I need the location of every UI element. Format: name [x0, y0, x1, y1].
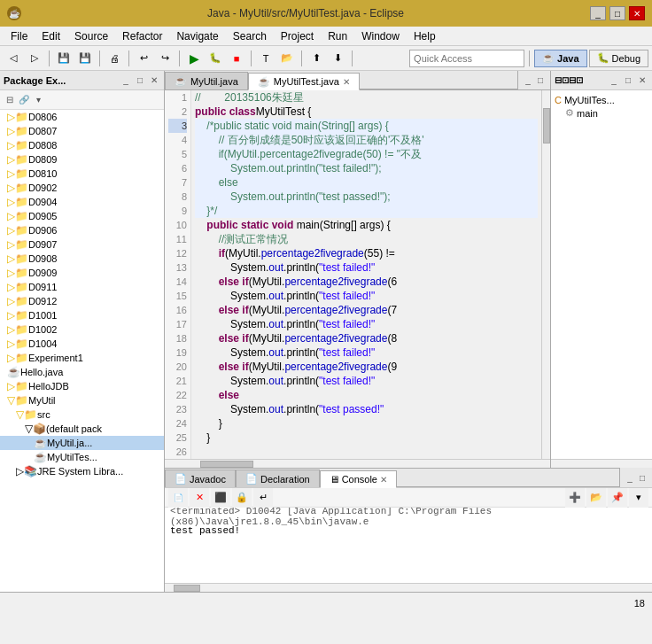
- quick-access-input[interactable]: [409, 50, 524, 67]
- tree-item-D0909[interactable]: ▷📁 D0909: [0, 266, 164, 280]
- outline-maximize-button[interactable]: □: [622, 74, 634, 87]
- menu-source[interactable]: Source: [67, 28, 115, 44]
- bottom-maximize-button[interactable]: □: [636, 471, 648, 484]
- code-line-18: else if(MyUtil.percentage2fivegrade(8: [195, 331, 538, 345]
- tab-close-icon[interactable]: ✕: [343, 77, 350, 87]
- tree-item-D1002[interactable]: ▷📁 D1002: [0, 322, 164, 337]
- code-area[interactable]: // 20135106朱廷星 public class MyUtilTest {…: [191, 90, 541, 459]
- search-next-button[interactable]: ⬇: [328, 49, 347, 68]
- menu-navigate[interactable]: Navigate: [169, 28, 225, 44]
- tree-item-MyUtilTest-java[interactable]: ☕ MyUtilTes...: [0, 450, 164, 464]
- debug-perspective-button[interactable]: 🐛 Debug: [589, 50, 648, 67]
- tree-item-D0904[interactable]: ▷📁 D0904: [0, 195, 164, 209]
- maximize-button[interactable]: □: [609, 6, 625, 20]
- maximize-panel-button[interactable]: □: [134, 74, 146, 87]
- tree-item-D1001[interactable]: ▷📁 D1001: [0, 308, 164, 322]
- tree-item-D0807[interactable]: ▷📁 D0807: [0, 124, 164, 138]
- tree-item-MyUtil-java[interactable]: ☕ MyUtil.ja...: [0, 436, 164, 450]
- open-console-button[interactable]: 📂: [586, 488, 606, 508]
- minimize-panel-button[interactable]: _: [120, 74, 132, 87]
- horizontal-scrollbar[interactable]: [165, 459, 550, 468]
- outline-main-item[interactable]: ⚙ main: [565, 106, 648, 120]
- terminate-button[interactable]: 📄: [168, 488, 188, 508]
- tab-declaration[interactable]: 📄 Declaration: [236, 469, 320, 487]
- tab-javadoc[interactable]: 📄 Javadoc: [165, 469, 236, 487]
- console-horizontal-scrollbar[interactable]: [165, 583, 652, 592]
- close-panel-button[interactable]: ✕: [148, 74, 160, 87]
- minimize-editor-button[interactable]: _: [522, 74, 534, 86]
- tree-item-D0809[interactable]: ▷📁 D0809: [0, 152, 164, 167]
- tree-item-D1004[interactable]: ▷📁 D1004: [0, 337, 164, 351]
- back-button[interactable]: ◁: [4, 49, 23, 68]
- link-editor-button[interactable]: 🔗: [18, 94, 30, 106]
- menu-edit[interactable]: Edit: [35, 28, 67, 44]
- bottom-minimize-button[interactable]: _: [624, 471, 636, 484]
- menu-search[interactable]: Search: [226, 28, 274, 44]
- menu-help[interactable]: Help: [407, 28, 443, 44]
- tab-console[interactable]: 🖥 Console ✕: [320, 470, 397, 488]
- tree-item-D0905[interactable]: ▷📁 D0905: [0, 209, 164, 223]
- java-perspective-button[interactable]: ☕ Java: [534, 50, 586, 67]
- code-scroll-area[interactable]: 1 2 3 4 5 6 7 8 9 10 11: [165, 90, 541, 459]
- tree-item-D0911[interactable]: ▷📁 D0911: [0, 280, 164, 294]
- menu-run[interactable]: Run: [321, 28, 354, 44]
- tree-item-MyUtil[interactable]: ▽📁 MyUtil: [0, 393, 164, 407]
- redo-button[interactable]: ↪: [155, 49, 175, 68]
- tree-item-Hello[interactable]: ☕ Hello.java: [0, 365, 164, 379]
- tree-item-D0902[interactable]: ▷📁 D0902: [0, 181, 164, 195]
- tree-item-HelloJDB[interactable]: ▷📁 HelloJDB: [0, 379, 164, 393]
- outline-minimize-button[interactable]: _: [608, 74, 620, 87]
- tree-item-D0907[interactable]: ▷📁 D0907: [0, 237, 164, 252]
- console-scrollbar-thumb[interactable]: [174, 585, 200, 592]
- remove-terminated-button[interactable]: ✕: [190, 488, 209, 508]
- menu-project[interactable]: Project: [274, 28, 321, 44]
- console-tab-close-icon[interactable]: ✕: [380, 475, 387, 485]
- pin-console-button[interactable]: 📌: [608, 488, 627, 508]
- tab-MyUtilTest[interactable]: ☕ MyUtilTest.java ✕: [248, 73, 360, 90]
- horizontal-scrollbar-thumb[interactable]: [200, 461, 253, 468]
- save-all-button[interactable]: 💾: [75, 49, 95, 68]
- menu-bar: File Edit Source Refactor Navigate Searc…: [0, 27, 652, 46]
- tree-item-D0806[interactable]: ▷📁 D0806: [0, 110, 164, 124]
- new-console-button[interactable]: ➕: [565, 488, 585, 508]
- tree-item-JRELibrary[interactable]: ▷📚 JRE System Libra...: [0, 464, 164, 478]
- search-prev-button[interactable]: ⬆: [307, 49, 326, 68]
- collapse-all-button[interactable]: ⊟: [4, 94, 16, 106]
- clear-console-button[interactable]: ⬛: [211, 488, 230, 508]
- view-menu-console-button[interactable]: ▾: [629, 488, 648, 508]
- close-button[interactable]: ✕: [629, 6, 645, 20]
- view-menu-button[interactable]: ▾: [32, 94, 44, 106]
- debug-button[interactable]: 🐛: [206, 49, 225, 68]
- line-num-1: 1: [168, 90, 187, 105]
- outline-class-item[interactable]: C MyUtilTes...: [555, 94, 648, 106]
- print-button[interactable]: 🖨: [105, 49, 124, 68]
- stop-button[interactable]: ■: [227, 49, 246, 68]
- open-resource-button[interactable]: 📂: [277, 49, 297, 68]
- run-button[interactable]: ▶: [184, 49, 204, 68]
- open-type-button[interactable]: T: [256, 49, 276, 68]
- forward-button[interactable]: ▷: [25, 49, 44, 68]
- tree-item-D0810[interactable]: ▷📁 D0810: [0, 167, 164, 181]
- line-num-5: 5: [168, 147, 187, 161]
- tree-item-D0908[interactable]: ▷📁 D0908: [0, 252, 164, 266]
- menu-refactor[interactable]: Refactor: [115, 28, 169, 44]
- tree-item-D0906[interactable]: ▷📁 D0906: [0, 223, 164, 237]
- minimize-button[interactable]: _: [590, 6, 606, 20]
- tree-item-D0808[interactable]: ▷📁 D0808: [0, 138, 164, 152]
- vertical-scrollbar-thumb[interactable]: [543, 108, 550, 144]
- scroll-lock-button[interactable]: 🔒: [232, 488, 252, 508]
- code-line-8: System.out.println("test passed!");: [195, 190, 538, 204]
- word-wrap-button[interactable]: ↵: [253, 488, 273, 508]
- tree-item-src[interactable]: ▽📁 src: [0, 407, 164, 422]
- vertical-scrollbar[interactable]: [541, 90, 550, 459]
- outline-close-button[interactable]: ✕: [636, 74, 648, 87]
- tree-item-defaultpack[interactable]: ▽📦 (default pack: [0, 422, 164, 436]
- maximize-editor-button[interactable]: □: [534, 74, 547, 86]
- undo-button[interactable]: ↩: [134, 49, 153, 68]
- tree-item-D0912[interactable]: ▷📁 D0912: [0, 294, 164, 308]
- tree-item-Experiment1[interactable]: ▷📁 Experiment1: [0, 351, 164, 365]
- tab-MyUtil[interactable]: ☕ MyUtil.java: [165, 72, 248, 89]
- save-button[interactable]: 💾: [54, 49, 74, 68]
- menu-file[interactable]: File: [4, 28, 35, 44]
- menu-window[interactable]: Window: [354, 28, 407, 44]
